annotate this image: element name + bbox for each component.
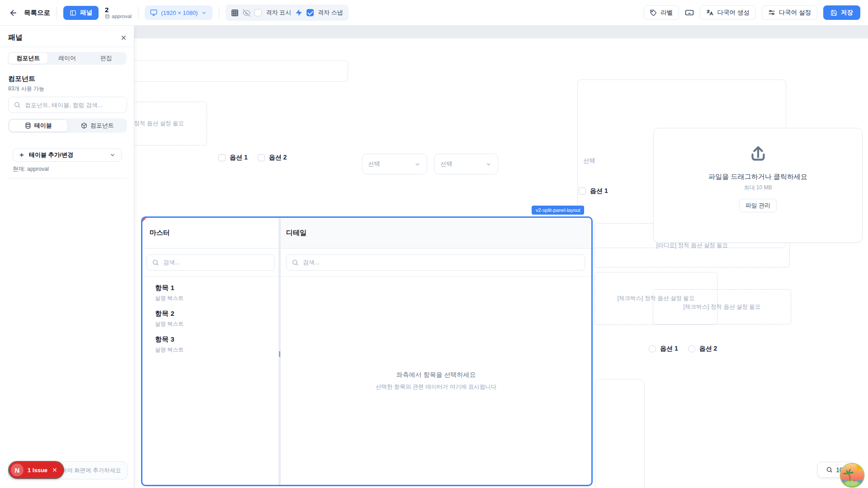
source-toggle: 테이블 컴포넌트	[8, 118, 127, 133]
tab-components[interactable]: 컴포넌트	[9, 53, 47, 64]
tab-edit[interactable]: 편집	[87, 53, 126, 64]
list-item[interactable]: 항목 3 설명 텍스트	[142, 328, 278, 354]
checkbox-option-2[interactable]: 옵션 2	[258, 154, 287, 162]
i18n-settings-label: 다국어 설정	[779, 9, 811, 17]
database-icon	[105, 14, 110, 19]
checkbox-label: 옵션 2	[269, 154, 287, 162]
back-button[interactable]	[9, 9, 18, 17]
grid-show-checkbox[interactable]	[255, 9, 262, 16]
resolution-selector[interactable]: (868 × 488)	[145, 5, 212, 20]
item-title: 항목 1	[155, 284, 278, 292]
issue-count-label: 1 Issue	[28, 467, 47, 474]
inner-select-placeholder[interactable]: 선택	[583, 157, 595, 165]
master-pane: 마스터 항목 1 설명 텍스트 항목 2 설명 텍스트 항목 3	[142, 218, 278, 485]
sliders-icon	[768, 9, 775, 16]
issue-badge[interactable]: N 1 Issue	[9, 462, 63, 478]
grid-snap-label[interactable]: 격자 스냅	[318, 9, 343, 17]
checkbox-icon[interactable]	[258, 154, 265, 161]
divider	[0, 47, 134, 47]
master-search-input[interactable]	[146, 254, 275, 271]
grid-icon	[231, 9, 239, 17]
current-table-label: 현재: approval	[13, 165, 49, 173]
empty-title: 좌측에서 항목을 선택하세요	[396, 371, 476, 379]
file-upload-dropzone[interactable]: 파일을 드래그하거나 클릭하세요 최대 10 MB 파일 관리	[653, 128, 863, 243]
add-table-button[interactable]: 테이블 추가/변경	[13, 148, 122, 162]
manage-files-button[interactable]: 파일 관리	[739, 199, 777, 212]
source-tab-components[interactable]: 컴포넌트	[69, 119, 127, 132]
list-item[interactable]: 항목 2 설명 텍스트	[142, 302, 278, 328]
top-toolbar: 목록으로 패널 2 approval (868 × 488) 격자 표시	[0, 0, 868, 26]
source-tab-tables[interactable]: 테이블	[9, 119, 68, 132]
item-title: 항목 2	[155, 310, 278, 318]
tab-layers[interactable]: 레이어	[47, 53, 86, 64]
issue-close-button[interactable]	[52, 467, 58, 473]
checkbox-warning-box-3: [체크박스] 정적 옵션 설정 필요	[653, 289, 791, 324]
back-label[interactable]: 목록으로	[24, 9, 50, 17]
checkbox-icon[interactable]	[579, 188, 586, 195]
resolution-label: (868 × 488)	[161, 9, 198, 16]
generate-i18n-label: 다국어 생성	[717, 9, 749, 17]
split-panel-component[interactable]: 마스터 항목 1 설명 텍스트 항목 2 설명 텍스트 항목 3	[141, 216, 593, 486]
section-title: 컴포넌트	[8, 75, 35, 83]
i18n-settings-button[interactable]: 다국어 설정	[762, 5, 817, 20]
radio-option-1[interactable]: 옵션 1	[649, 345, 678, 353]
inner-checkbox-option[interactable]: 옵션 1	[579, 187, 608, 195]
container-box-small	[595, 379, 645, 488]
selection-corner-marker	[142, 218, 146, 222]
labels-button[interactable]: 라벨	[644, 5, 679, 20]
close-icon	[52, 467, 58, 473]
chevron-down-icon	[414, 161, 421, 168]
island-sticker	[839, 462, 865, 488]
arrow-left-icon	[9, 9, 18, 17]
upload-title: 파일을 드래그하거나 클릭하세요	[708, 173, 807, 181]
save-icon	[830, 9, 837, 16]
checkbox-icon[interactable]	[218, 154, 226, 161]
save-button-label: 저장	[841, 9, 853, 17]
select-field-1[interactable]: 선택	[362, 154, 427, 174]
pane-resize-handle[interactable]	[278, 218, 281, 485]
magnifier-icon	[826, 466, 833, 473]
labels-button-label: 라벨	[660, 9, 673, 17]
panel-close-button[interactable]	[120, 34, 127, 42]
keyboard-icon	[685, 8, 694, 17]
list-item[interactable]: 항목 1 설명 텍스트	[142, 277, 278, 302]
checkbox-option-1[interactable]: 옵션 1	[218, 154, 248, 162]
panel-tabs: 컴포넌트 레이어 편집	[8, 52, 127, 65]
left-panel: 패널 컴포넌트 레이어 편집 컴포넌트 83개 사용 가능 테이블 컴포넌트 테…	[0, 26, 134, 488]
master-list: 항목 1 설명 텍스트 항목 2 설명 텍스트 항목 3 설명 텍스트	[142, 277, 278, 354]
eye-off-icon	[243, 9, 250, 17]
grid-show-label[interactable]: 격자 표시	[266, 9, 291, 17]
component-search	[8, 97, 127, 113]
panel-toggle-button[interactable]: 패널	[63, 6, 99, 20]
checkbox-group: 옵션 1 옵션 2	[218, 154, 287, 162]
select-placeholder: 선택	[368, 160, 380, 168]
detail-pane: 디테일 좌측에서 항목을 선택하세요 선택한 항목의 관련 데이터가 여기에 표…	[281, 218, 591, 485]
cube-icon	[81, 122, 87, 129]
separator	[219, 7, 219, 19]
save-button[interactable]: 저장	[823, 5, 860, 20]
resize-grip[interactable]	[279, 351, 280, 357]
radio-label: 옵션 1	[660, 345, 678, 353]
detail-search-input[interactable]	[286, 254, 585, 271]
grid-snap-checkbox[interactable]	[307, 9, 314, 16]
item-desc: 설명 텍스트	[155, 295, 278, 302]
plus-icon	[19, 152, 25, 158]
radio-icon[interactable]	[649, 345, 656, 352]
radio-group: 옵션 1 옵션 2	[649, 345, 717, 353]
detail-empty-state: 좌측에서 항목을 선택하세요 선택한 항목의 관련 데이터가 여기에 표시됩니다	[281, 277, 591, 485]
bound-table-name: approval	[112, 14, 132, 19]
generate-i18n-button[interactable]: 다국어 생성	[700, 5, 755, 20]
item-title: 항목 3	[155, 335, 278, 344]
radio-option-2[interactable]: 옵션 2	[688, 345, 717, 353]
master-title: 마스터	[150, 229, 170, 237]
page-number: 2	[105, 6, 132, 14]
grid-controls: 격자 표시 격자 스냅	[226, 5, 348, 21]
component-search-input[interactable]	[8, 97, 127, 113]
canvas-text-input[interactable]	[108, 60, 348, 82]
radio-icon[interactable]	[688, 345, 695, 352]
upload-icon	[748, 144, 769, 164]
select-field-2[interactable]: 선택	[434, 154, 498, 174]
panel-left-icon	[70, 9, 76, 16]
panel-title: 패널	[8, 33, 23, 42]
keyboard-shortcuts-button[interactable]	[685, 8, 694, 17]
